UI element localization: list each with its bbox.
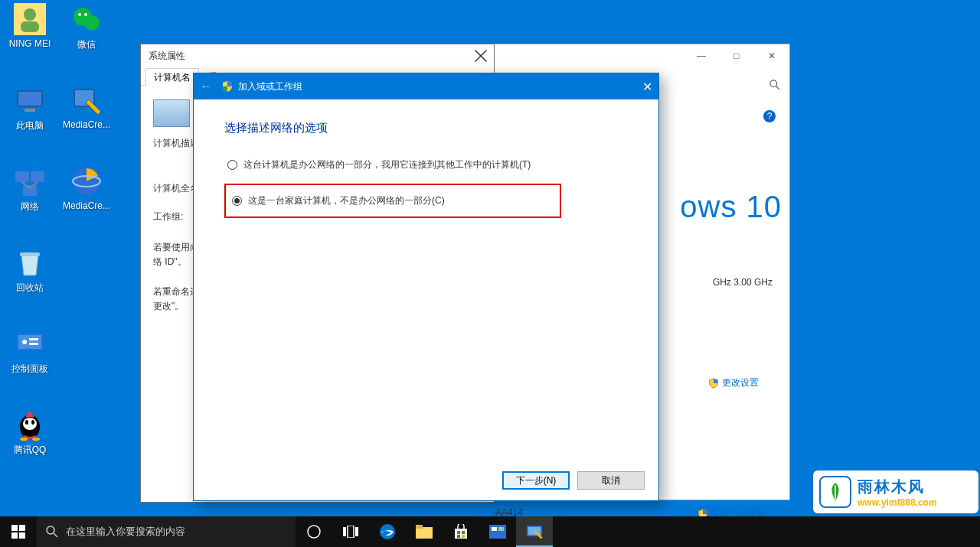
svg-rect-19 <box>20 252 40 256</box>
watermark-title: 雨林木风 <box>858 477 937 497</box>
svg-rect-12 <box>15 171 29 182</box>
minimize-button[interactable]: — <box>684 44 719 67</box>
help-icon[interactable]: ? <box>763 110 776 122</box>
desktop-icon-this-pc[interactable]: 此电脑 <box>3 84 57 132</box>
svg-rect-43 <box>343 527 346 536</box>
wizard-body: 选择描述网络的选项 这台计算机是办公网络的一部分，我用它连接到其他工作中的计算机… <box>194 99 658 239</box>
svg-point-30 <box>32 438 40 441</box>
cpu-spec-text: GHz 3.00 GHz <box>713 277 773 288</box>
computer-icon <box>153 99 190 127</box>
radio-label: 这台计算机是办公网络的一部分，我用它连接到其他工作中的计算机(T) <box>243 158 531 171</box>
taskbar-app-active[interactable] <box>516 516 553 547</box>
svg-rect-21 <box>18 335 41 349</box>
taskbar-edge[interactable] <box>369 516 406 547</box>
desktop-icon-recycle-bin[interactable]: 回收站 <box>3 246 57 295</box>
desktop-icon-mediacre1[interactable]: MediaCre... <box>60 84 113 130</box>
taskbar-explorer[interactable] <box>406 516 443 547</box>
svg-rect-56 <box>498 527 504 531</box>
svg-point-28 <box>31 420 34 425</box>
watermark-url: www.ylmf888.com <box>858 497 937 508</box>
svg-rect-38 <box>11 532 18 539</box>
svg-rect-49 <box>455 529 467 539</box>
desktop-icon-label: MediaCre... <box>60 200 113 211</box>
change-settings-link[interactable]: 更改设置 <box>708 376 759 389</box>
svg-rect-14 <box>23 185 37 196</box>
radio-option-home[interactable]: 这是一台家庭计算机，不是办公网络的一部分(C) <box>229 190 557 212</box>
close-icon[interactable] <box>474 49 488 63</box>
desktop-icon-label: 此电脑 <box>3 119 57 132</box>
wizard-title: 加入域或工作组 <box>238 80 302 93</box>
close-button[interactable]: ✕ <box>754 44 789 67</box>
desktop-icon-network[interactable]: 网络 <box>3 165 57 213</box>
svg-rect-47 <box>416 527 433 539</box>
close-button[interactable]: ✕ <box>642 80 652 94</box>
taskbar-taskview[interactable] <box>332 516 369 547</box>
taskbar-app1[interactable] <box>479 516 516 547</box>
workgroup-label: 工作组: <box>153 210 183 224</box>
svg-point-22 <box>22 340 27 344</box>
tab-computer-name[interactable]: 计算机名 <box>145 68 199 86</box>
desktop-icon-mediacre2[interactable]: MediaCre... <box>60 165 113 211</box>
dialog-titlebar[interactable]: 系统属性 <box>141 44 494 67</box>
taskbar-cortana[interactable] <box>296 516 332 547</box>
svg-point-29 <box>20 438 28 441</box>
start-button[interactable] <box>0 516 37 547</box>
desktop-icon-wechat[interactable]: 微信 <box>60 3 113 51</box>
radio-option-business[interactable]: 这台计算机是办公网络的一部分，我用它连接到其他工作中的计算机(T) <box>224 154 628 176</box>
svg-rect-54 <box>489 525 506 539</box>
link-label: 更改设置 <box>722 376 759 389</box>
svg-point-1 <box>24 8 36 21</box>
desktop-icon-label: NING MEI <box>3 38 57 49</box>
windows-brand-text: ows 10 <box>680 190 782 224</box>
desktop-icon-user[interactable]: NING MEI <box>3 3 57 49</box>
desktop-icon-label: 网络 <box>3 200 57 213</box>
desktop-icon-label: 腾讯QQ <box>3 444 57 457</box>
svg-rect-55 <box>492 527 497 531</box>
wizard-buttons: 下一步(N) 取消 <box>502 471 645 490</box>
desktop-icon-qq[interactable]: 腾讯QQ <box>3 409 57 457</box>
back-button[interactable]: ← <box>200 80 212 93</box>
desktop-icon-control-panel[interactable]: 控制面板 <box>3 327 57 376</box>
svg-rect-51 <box>462 531 465 534</box>
svg-rect-24 <box>29 343 38 345</box>
svg-point-40 <box>47 526 54 534</box>
svg-rect-48 <box>416 525 423 529</box>
svg-point-31 <box>770 80 777 87</box>
svg-point-5 <box>78 13 81 16</box>
svg-line-41 <box>54 533 57 537</box>
svg-rect-2 <box>21 21 39 32</box>
svg-line-32 <box>776 86 779 90</box>
search-placeholder: 在这里输入你要搜索的内容 <box>66 525 185 539</box>
desktop-icon-label: 控制面板 <box>3 363 57 376</box>
shield-icon <box>708 378 719 389</box>
search-icon[interactable] <box>769 80 780 90</box>
radio-icon <box>227 160 237 170</box>
svg-rect-37 <box>19 525 25 531</box>
watermark-logo: 雨林木风 www.ylmf888.com <box>812 469 980 515</box>
join-domain-wizard: ← 加入域或工作组 ✕ 选择描述网络的选项 这台计算机是办公网络的一部分，我用它… <box>193 73 659 501</box>
taskbar-store[interactable] <box>443 516 479 547</box>
wizard-titlebar[interactable]: ← 加入域或工作组 ✕ <box>194 73 658 99</box>
highlight-box: 这是一台家庭计算机，不是办公网络的一部分(C) <box>224 184 561 218</box>
svg-point-27 <box>25 420 28 425</box>
taskbar-search[interactable]: 在这里输入你要搜索的内容 <box>37 516 296 547</box>
next-button[interactable]: 下一步(N) <box>502 471 570 490</box>
leaf-icon <box>819 476 851 508</box>
svg-rect-53 <box>462 535 465 538</box>
svg-point-26 <box>23 418 37 430</box>
windows-logo-icon <box>11 525 25 539</box>
fullname-label: 计算机全名 <box>153 181 199 196</box>
svg-rect-13 <box>31 171 44 182</box>
radio-icon <box>232 196 242 206</box>
svg-point-4 <box>84 15 100 31</box>
svg-point-42 <box>308 526 320 538</box>
svg-rect-58 <box>528 527 541 535</box>
svg-rect-50 <box>457 531 460 534</box>
svg-rect-44 <box>348 526 354 538</box>
svg-rect-23 <box>29 338 38 340</box>
svg-rect-36 <box>11 525 18 531</box>
desktop-icon-label: 回收站 <box>3 282 57 295</box>
svg-rect-45 <box>355 527 358 536</box>
maximize-button[interactable]: □ <box>719 44 754 67</box>
cancel-button[interactable]: 取消 <box>577 471 645 490</box>
